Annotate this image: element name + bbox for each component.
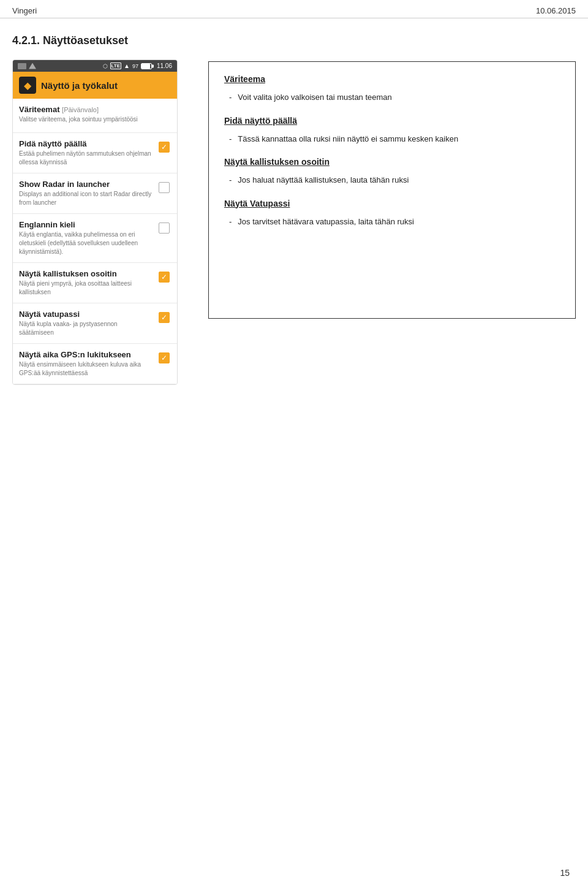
settings-item: Show Radar in launcher Displays an addit… [13,173,177,214]
battery-icon [141,63,152,69]
phone-app-header: ◆ Näyttö ja työkalut [13,72,177,99]
settings-item-desc: Näytä ensimmäiseen lukitukseen kuluva ai… [19,360,154,378]
notes-section-title: Pidä näyttö päällä [224,116,560,126]
battery-fill [141,64,150,69]
main-content: 4.2.1. Näyttöasetukset ⬡ LTE ▲ 97 11.06 [0,18,588,397]
settings-item-text: Show Radar in launcher Displays an addit… [19,180,154,207]
checkbox-checked[interactable]: ✓ [159,312,170,323]
title-badge: [Päivänvalo] [62,106,99,113]
settings-item-text: Väriteemat [Päivänvalo] Valitse väriteem… [19,105,154,124]
settings-item-title: Pidä näyttö päällä [19,139,154,148]
bullet-text: Voit valita joko valkoisen tai mustan te… [238,91,391,104]
right-status-icons: ⬡ LTE ▲ 97 11.06 [103,63,172,69]
notes-section: Pidä näyttö päällä - Tässä kannattaa oll… [224,116,560,145]
header-left: Vingeri [12,6,37,15]
left-status-icons [18,63,36,69]
settings-item-text: Näytä vatupassi Näytä kupla vaaka- ja py… [19,310,154,337]
notes-bullet: - Tässä kannattaa olla ruksi niin näyttö… [229,133,560,145]
bullet-dash: - [229,216,232,228]
settings-item-title: Show Radar in launcher [19,180,154,189]
left-column: 4.2.1. Näyttöasetukset ⬡ LTE ▲ 97 11.06 [12,31,190,385]
settings-item: Englannin kieli Käytä englantia, vaikka … [13,214,177,263]
notes-section-title: Näytä Vatupassi [224,199,560,208]
notes-section-title: Näytä kallistuksen osoitin [224,157,560,167]
wifi-icon [29,63,36,69]
bullet-text: Tässä kannattaa olla ruksi niin näyttö e… [238,133,458,145]
checkbox-checked[interactable]: ✓ [159,142,170,153]
settings-item-desc: Valitse väriteema, joka sointuu ympärist… [19,115,154,124]
app-header-icon: ◆ [19,77,36,94]
notes-section: Näytä kallistuksen osoitin - Jos haluat … [224,157,560,186]
checkbox-checked[interactable]: ✓ [159,272,170,283]
settings-item-desc: Displays an additional icon to start Rad… [19,190,154,207]
status-time: 11.06 [157,63,172,69]
settings-item-text: Pidä näyttö päällä Estää puhelimen näytö… [19,139,154,167]
phone-settings-list: Väriteemat [Päivänvalo] Valitse väriteem… [13,99,177,384]
settings-item-control: ✓ [159,352,171,365]
settings-item-title: Näytä aika GPS:n lukitukseen [19,350,154,359]
settings-item-control [159,182,171,194]
settings-item: Näytä aika GPS:n lukitukseen Näytä ensim… [13,344,177,384]
screen-icon [18,63,26,69]
bullet-dash: - [229,174,232,186]
page-header: Vingeri 10.06.2015 [0,0,588,18]
settings-item-control [159,107,171,120]
notes-bullet: - Jos haluat näyttää kallistuksen, lauta… [229,174,560,186]
signal-icon: ▲ [124,63,130,69]
settings-item-title: Väriteemat [Päivänvalo] [19,105,154,114]
right-column: Väriteema - Voit valita joko valkoisen t… [208,61,576,385]
settings-item-control: ✓ [159,312,171,324]
settings-item-text: Näytä kallistuksen osoitin Näytä pieni y… [19,269,154,297]
notes-section: Väriteema - Voit valita joko valkoisen t… [224,74,560,104]
notes-bullet: - Jos tarvitset hätävara vatupassia, lai… [229,216,560,228]
settings-item-control: ✓ [159,142,171,154]
notes-section-title: Väriteema [224,74,560,84]
settings-item: Näytä vatupassi Näytä kupla vaaka- ja py… [13,303,177,344]
phone-mockup: ⬡ LTE ▲ 97 11.06 ◆ Näyttö ja työkalut [12,59,178,385]
battery-num: 97 [132,63,138,69]
bullet-dash: - [229,91,232,104]
settings-item: Väriteemat [Päivänvalo] Valitse väriteem… [13,99,177,133]
settings-item-title: Englannin kieli [19,220,154,229]
page-number: 15 [560,868,570,878]
settings-item: Näytä kallistuksen osoitin Näytä pieni y… [13,263,177,303]
bullet-text: Jos tarvitset hätävara vatupassia, laita… [238,216,414,228]
app-header-title: Näyttö ja työkalut [41,80,118,91]
settings-item: Pidä näyttö päällä Estää puhelimen näytö… [13,133,177,173]
bullet-text: Jos haluat näyttää kallistuksen, lauta t… [238,174,409,186]
notes-box: Väriteema - Voit valita joko valkoisen t… [208,61,576,319]
checkbox-unchecked[interactable] [159,182,170,193]
settings-item-desc: Käytä englantia, vaikka puhelimessa on e… [19,230,154,256]
notes-bullet: - Voit valita joko valkoisen tai mustan … [229,91,560,104]
settings-item-desc: Estää puhelimen näytön sammutuksen ohjel… [19,150,154,167]
checkbox-unchecked[interactable] [159,222,170,234]
settings-item-desc: Näytä kupla vaaka- ja pystyasennon säätä… [19,320,154,337]
lte-badge: LTE [110,63,122,69]
settings-item-title: Näytä vatupassi [19,310,154,319]
settings-item-control [159,222,171,235]
settings-item-desc: Näytä pieni ympyrä, joka osoittaa laitte… [19,280,154,297]
section-heading: 4.2.1. Näyttöasetukset [12,34,190,47]
settings-item-text: Englannin kieli Käytä englantia, vaikka … [19,220,154,256]
location-icon: ⬡ [103,63,108,69]
settings-item-title: Näytä kallistuksen osoitin [19,269,154,278]
settings-item-control: ✓ [159,272,171,284]
checkbox-checked[interactable]: ✓ [159,352,170,363]
bullet-dash: - [229,133,232,145]
notes-section: Näytä Vatupassi - Jos tarvitset hätävara… [224,199,560,228]
settings-item-text: Näytä aika GPS:n lukitukseen Näytä ensim… [19,350,154,378]
header-right: 10.06.2015 [536,6,576,15]
page-footer: 15 [560,868,570,878]
phone-status-bar: ⬡ LTE ▲ 97 11.06 [13,60,177,72]
